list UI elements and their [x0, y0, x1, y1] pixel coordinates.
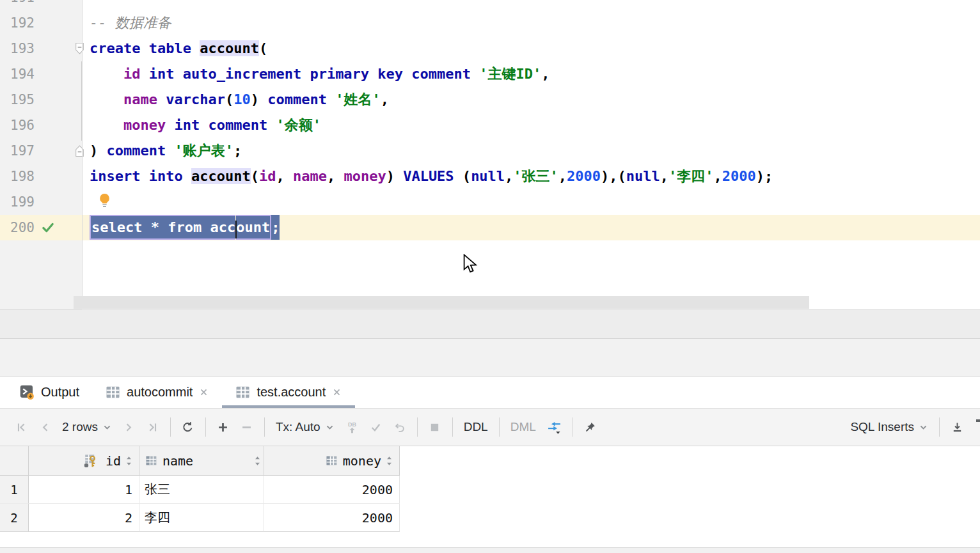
tab-test-account[interactable]: test.account — [222, 377, 355, 408]
editor-line[interactable]: 200select * from account; — [0, 215, 980, 240]
sort-arrows-icon — [254, 455, 261, 467]
column-icon — [325, 454, 338, 467]
db-upload-icon: DB — [345, 421, 359, 434]
line-number: 194 — [6, 61, 35, 87]
grid-body: 11张三200022李四2000 — [0, 476, 980, 532]
row-number[interactable]: 2 — [0, 504, 29, 532]
code-segment: ( — [454, 168, 471, 184]
export-format-dropdown[interactable]: SQL Inserts — [846, 415, 933, 439]
code-segment: '主键ID' — [479, 66, 541, 82]
toolbar-separator — [417, 417, 418, 437]
line-number: 197 — [6, 138, 35, 164]
tx-mode-dropdown[interactable]: Tx: Auto — [271, 415, 339, 439]
column-header-name[interactable]: name — [139, 446, 264, 476]
sql-editor[interactable]: 191192-- 数据准备193create table account(194… — [0, 0, 980, 309]
page-size-dropdown[interactable]: 2 rows — [58, 415, 116, 439]
editor-line[interactable]: 198insert into account(id, name, money) … — [0, 164, 980, 189]
code-segment: , — [558, 168, 567, 184]
commit-button[interactable] — [365, 415, 387, 439]
last-row-button[interactable] — [142, 415, 164, 439]
code-segment: null — [626, 168, 660, 184]
last-row-icon — [146, 421, 159, 433]
editor-line[interactable]: 196 money int comment '余额' — [0, 113, 980, 138]
code-text: insert into account(id, name, money) VAL… — [90, 168, 773, 184]
toolbar-label: SQL Inserts — [850, 420, 914, 434]
text-caret — [235, 221, 237, 238]
toolbar-separator — [452, 417, 453, 437]
code-segment: money — [123, 117, 166, 133]
cell-name[interactable]: 张三 — [139, 476, 264, 504]
horizontal-scrollbar-thumb[interactable] — [74, 296, 809, 309]
editor-line[interactable]: 193create table account( — [0, 36, 980, 61]
ddl-button[interactable]: DDL — [459, 415, 493, 439]
editor-line[interactable]: 197) comment '账户表'; — [0, 138, 980, 164]
stop-button[interactable] — [424, 415, 446, 439]
dml-button[interactable]: DML — [506, 415, 541, 439]
code-segment: , — [541, 66, 549, 82]
close-icon[interactable] — [198, 387, 209, 398]
line-number: 199 — [6, 189, 35, 215]
column-label: money — [343, 453, 381, 469]
cell-money[interactable]: 2000 — [264, 504, 400, 532]
cell-id[interactable]: 1 — [29, 476, 139, 504]
code-segment: ) — [90, 143, 107, 159]
close-icon[interactable] — [331, 387, 342, 398]
editor-line[interactable]: 194 id int auto_increment primary key co… — [0, 61, 980, 87]
stop-icon — [429, 421, 441, 433]
add-row-button[interactable] — [212, 415, 234, 439]
grid-header-row: idnamemoney — [0, 446, 980, 476]
code-text: create table account( — [90, 40, 267, 56]
code-segment: -- 数据准备 — [90, 15, 171, 31]
run-success-icon — [41, 221, 55, 235]
cell-id[interactable]: 2 — [29, 504, 139, 532]
tab-autocommit[interactable]: autocommit — [92, 377, 222, 408]
toolbar-separator — [573, 417, 573, 437]
reload-page-button[interactable] — [177, 415, 199, 439]
previous-page-button[interactable] — [34, 415, 56, 439]
code-segment: ( — [259, 40, 267, 56]
rollback-icon — [393, 421, 406, 433]
cell-name[interactable]: 李四 — [139, 504, 264, 532]
fold-end-icon[interactable] — [75, 144, 84, 157]
intention-bulb-icon[interactable] — [97, 192, 112, 210]
code-text: money int comment '余额' — [90, 117, 321, 133]
column-header-money[interactable]: money — [264, 446, 400, 476]
editor-bottom-band — [0, 309, 980, 339]
cell-money[interactable]: 2000 — [264, 476, 400, 504]
editor-line[interactable]: 199 — [0, 189, 980, 215]
compare-button[interactable] — [542, 415, 566, 439]
column-label: id — [106, 453, 121, 469]
editor-lines[interactable]: 191192-- 数据准备193create table account(194… — [0, 0, 980, 240]
result-tab-bar: Outputautocommittest.account — [0, 377, 980, 409]
tab-output[interactable]: Output — [19, 377, 92, 408]
editor-line[interactable]: 192-- 数据准备 — [0, 10, 980, 36]
code-segment: VALUES — [403, 168, 454, 184]
code-segment: , — [505, 168, 513, 184]
code-segment: ount — [236, 215, 271, 240]
next-page-button[interactable] — [118, 415, 140, 439]
submit-button[interactable]: DB — [341, 415, 363, 439]
export-data-button[interactable] — [946, 415, 968, 439]
column-header-id[interactable]: id — [29, 446, 139, 476]
toolbar-label: DML — [510, 420, 536, 434]
editor-line[interactable]: 195 name varchar(10) comment '姓名', — [0, 87, 980, 113]
code-segment: '余额' — [276, 117, 321, 133]
rollback-button[interactable] — [389, 415, 411, 439]
code-segment: , — [327, 168, 344, 184]
code-segment: ); — [756, 168, 773, 184]
code-segment: ( — [251, 168, 259, 184]
pin-tab-button[interactable] — [580, 415, 601, 439]
fold-start-icon[interactable] — [75, 42, 84, 55]
tab-label: test.account — [257, 385, 326, 400]
first-row-button[interactable] — [10, 415, 32, 439]
row-number[interactable]: 1 — [0, 476, 29, 504]
editor-line[interactable]: 191 — [0, 0, 980, 10]
code-segment — [166, 117, 174, 133]
toolbar-separator — [939, 417, 940, 437]
delete-row-button[interactable] — [236, 415, 258, 439]
code-segment: ) — [251, 91, 268, 107]
code-segment: int comment — [174, 117, 276, 133]
first-row-icon — [15, 421, 28, 433]
table-icon — [105, 384, 121, 400]
sort-arrows-icon — [125, 455, 132, 467]
